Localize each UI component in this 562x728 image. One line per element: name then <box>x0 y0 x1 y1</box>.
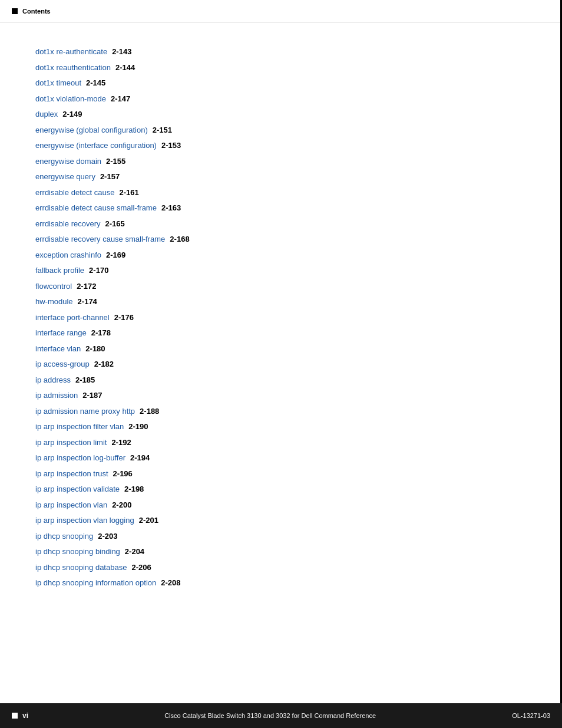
footer-doc-number: OL-13271-03 <box>512 712 550 719</box>
toc-entry: energywise (global configuration)2-151 <box>35 124 527 136</box>
toc-page-16: 2-174 <box>78 296 97 308</box>
toc-entry: ip admission name proxy http2-188 <box>35 406 527 417</box>
toc-list: dot1x re-authenticate2-143dot1x reauthen… <box>35 46 527 589</box>
toc-link-29[interactable]: ip arp inspection vlan <box>35 499 107 511</box>
toc-link-18[interactable]: interface range <box>35 327 87 339</box>
footer-page-number: vi <box>22 711 28 720</box>
toc-entry: ip arp inspection limit2-192 <box>35 437 527 449</box>
toc-page-25: 2-192 <box>111 437 131 449</box>
toc-link-9[interactable]: errdisable detect cause <box>35 187 114 199</box>
toc-link-19[interactable]: interface vlan <box>35 343 81 355</box>
toc-link-30[interactable]: ip arp inspection vlan logging <box>35 515 134 526</box>
toc-page-27: 2-196 <box>113 468 133 480</box>
toc-link-1[interactable]: dot1x reauthentication <box>35 62 111 74</box>
toc-link-2[interactable]: dot1x timeout <box>35 77 81 89</box>
toc-entry: ip access-group2-182 <box>35 358 527 370</box>
toc-entry: duplex2-149 <box>35 108 527 120</box>
toc-link-7[interactable]: energywise domain <box>35 156 101 167</box>
toc-link-26[interactable]: ip arp inspection log-buffer <box>35 452 125 464</box>
toc-entry: dot1x violation-mode2-147 <box>35 93 527 105</box>
toc-entry: ip arp inspection log-buffer2-194 <box>35 452 527 464</box>
toc-entry: dot1x re-authenticate2-143 <box>35 46 527 58</box>
toc-page-3: 2-147 <box>111 93 130 105</box>
toc-page-14: 2-170 <box>89 265 108 276</box>
toc-link-27[interactable]: ip arp inspection trust <box>35 468 108 480</box>
toc-page-8: 2-157 <box>100 171 120 183</box>
toc-link-17[interactable]: interface port-channel <box>35 312 110 324</box>
toc-page-34: 2-208 <box>161 577 180 589</box>
toc-link-3[interactable]: dot1x violation-mode <box>35 93 106 105</box>
toc-page-26: 2-194 <box>130 452 150 464</box>
toc-entry: ip arp inspection vlan logging2-201 <box>35 515 527 526</box>
toc-entry: hw-module2-174 <box>35 296 527 308</box>
header-label: Contents <box>22 8 51 15</box>
toc-link-10[interactable]: errdisable detect cause small-frame <box>35 202 157 214</box>
footer-icon <box>12 713 18 719</box>
toc-link-16[interactable]: hw-module <box>35 296 73 308</box>
toc-entry: errdisable detect cause small-frame2-163 <box>35 202 527 214</box>
toc-link-11[interactable]: errdisable recovery <box>35 218 101 230</box>
toc-entry: ip admission2-187 <box>35 390 527 401</box>
toc-link-6[interactable]: energywise (interface configuration) <box>35 140 157 151</box>
toc-link-34[interactable]: ip dhcp snooping information option <box>35 577 156 589</box>
toc-entry: interface vlan2-180 <box>35 343 527 355</box>
toc-page-18: 2-178 <box>91 327 111 339</box>
toc-entry: ip dhcp snooping binding2-204 <box>35 546 527 558</box>
toc-page-33: 2-206 <box>131 562 151 574</box>
toc-page-23: 2-188 <box>140 406 159 417</box>
toc-link-14[interactable]: fallback profile <box>35 265 84 276</box>
toc-page-6: 2-153 <box>161 140 181 151</box>
toc-page-24: 2-190 <box>128 421 148 433</box>
content-area: dot1x re-authenticate2-143dot1x reauthen… <box>0 22 562 628</box>
toc-link-21[interactable]: ip address <box>35 374 71 386</box>
footer-title: Cisco Catalyst Blade Switch 3130 and 303… <box>28 712 512 719</box>
toc-page-29: 2-200 <box>112 499 131 511</box>
toc-entry: exception crashinfo2-169 <box>35 249 527 261</box>
toc-entry: dot1x reauthentication2-144 <box>35 62 527 74</box>
toc-link-28[interactable]: ip arp inspection validate <box>35 483 120 495</box>
toc-page-9: 2-161 <box>119 187 138 199</box>
toc-link-0[interactable]: dot1x re-authenticate <box>35 46 107 58</box>
toc-page-31: 2-203 <box>98 531 117 542</box>
toc-link-33[interactable]: ip dhcp snooping database <box>35 562 127 574</box>
toc-entry: flowcontrol2-172 <box>35 281 527 292</box>
toc-page-1: 2-144 <box>115 62 135 74</box>
toc-link-12[interactable]: errdisable recovery cause small-frame <box>35 233 165 245</box>
toc-entry: ip arp inspection trust2-196 <box>35 468 527 480</box>
toc-entry: ip arp inspection validate2-198 <box>35 483 527 495</box>
footer-left: vi <box>12 711 28 720</box>
toc-entry: ip dhcp snooping information option2-208 <box>35 577 527 589</box>
toc-page-4: 2-149 <box>62 108 82 120</box>
toc-page-19: 2-180 <box>85 343 105 355</box>
toc-link-8[interactable]: energywise query <box>35 171 95 183</box>
toc-entry: ip arp inspection filter vlan2-190 <box>35 421 527 433</box>
toc-link-23[interactable]: ip admission name proxy http <box>35 406 135 417</box>
toc-link-32[interactable]: ip dhcp snooping binding <box>35 546 120 558</box>
toc-entry: energywise domain2-155 <box>35 156 527 167</box>
toc-page-12: 2-168 <box>170 233 189 245</box>
toc-link-4[interactable]: duplex <box>35 108 58 120</box>
toc-link-15[interactable]: flowcontrol <box>35 281 72 292</box>
toc-link-13[interactable]: exception crashinfo <box>35 249 101 261</box>
toc-page-0: 2-143 <box>112 46 131 58</box>
toc-link-5[interactable]: energywise (global configuration) <box>35 124 148 136</box>
toc-page-17: 2-176 <box>114 312 134 324</box>
toc-page-15: 2-172 <box>77 281 96 292</box>
toc-link-31[interactable]: ip dhcp snooping <box>35 531 93 542</box>
header: Contents <box>0 0 562 22</box>
toc-entry: dot1x timeout2-145 <box>35 77 527 89</box>
toc-page-30: 2-201 <box>139 515 158 526</box>
toc-link-25[interactable]: ip arp inspection limit <box>35 437 107 449</box>
toc-entry: energywise (interface configuration)2-15… <box>35 140 527 151</box>
toc-page-13: 2-169 <box>106 249 125 261</box>
toc-page-28: 2-198 <box>124 483 144 495</box>
toc-link-20[interactable]: ip access-group <box>35 358 90 370</box>
toc-entry: ip address2-185 <box>35 374 527 386</box>
toc-link-24[interactable]: ip arp inspection filter vlan <box>35 421 124 433</box>
page-container: Contents dot1x re-authenticate2-143dot1x… <box>0 0 562 728</box>
toc-page-2: 2-145 <box>86 77 105 89</box>
toc-page-32: 2-204 <box>125 546 144 558</box>
toc-entry: errdisable recovery2-165 <box>35 218 527 230</box>
toc-page-20: 2-182 <box>94 358 114 370</box>
toc-link-22[interactable]: ip admission <box>35 390 78 401</box>
